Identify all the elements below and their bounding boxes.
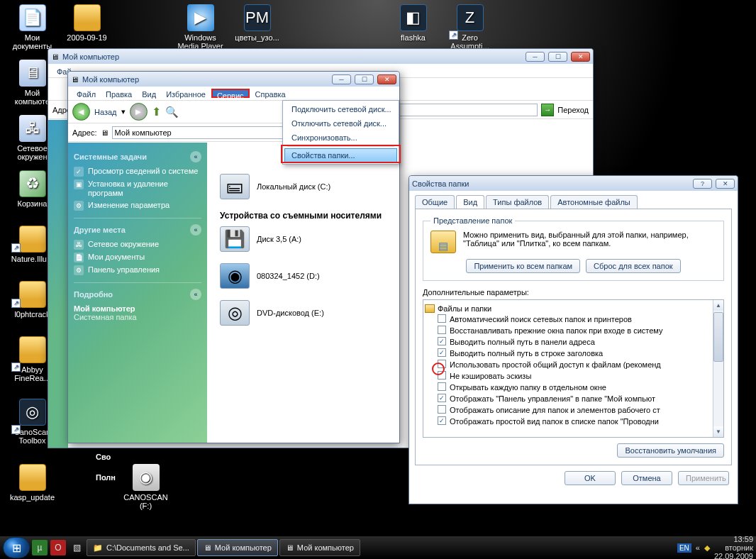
back-button[interactable]: ◄ [72, 103, 90, 121]
menu-map-drive[interactable]: Подключить сетевой диск... [284, 102, 397, 116]
tree-item[interactable]: Выводить полный путь в строке заголовка [438, 348, 722, 358]
advanced-tree[interactable]: Файлы и папки Автоматический поиск сетев… [423, 299, 724, 438]
clock-time[interactable]: 13:59 [714, 535, 753, 543]
checkbox[interactable] [438, 348, 446, 357]
icon-flashka[interactable]: ◧flashka [387, 3, 440, 43]
link-my-docs[interactable]: 📄Мои документы [74, 253, 201, 262]
tree-item[interactable]: Выводить полный путь в панели адреса [438, 337, 722, 347]
checkbox[interactable] [438, 382, 446, 391]
section-other-places[interactable]: Другие места« [74, 224, 201, 236]
titlebar[interactable]: 🖥 Мой компьютер ─ ☐ ✕ [48, 49, 593, 64]
tree-item[interactable]: Отображать простой вид папок в списке па… [438, 416, 722, 426]
tray-shield-icon[interactable]: ◆ [704, 543, 710, 553]
checkbox[interactable] [438, 337, 446, 345]
scroll-down-icon[interactable]: ▼ [713, 426, 723, 437]
document-icon: 📄 [74, 253, 84, 262]
menu-view[interactable]: Вид [138, 89, 160, 98]
tree-item[interactable]: Открывать каждую папку в отдельном окне [438, 382, 722, 392]
icon-flowers[interactable]: PMцветы_узо... [230, 3, 284, 43]
tree-item[interactable]: Использовать простой общий доступ к файл… [438, 360, 722, 370]
titlebar[interactable]: Свойства папки ? ✕ [409, 176, 738, 191]
icon-wmp[interactable]: ▶Windows Media Player [174, 3, 227, 51]
taskbar-btn-mycomputer-2[interactable]: 🖥Мой компьютер [279, 539, 360, 556]
minimize-button[interactable]: ─ [526, 52, 545, 62]
search-icon[interactable]: 🔍 [165, 106, 179, 118]
close-button[interactable]: ✕ [377, 74, 396, 84]
menu-sync[interactable]: Синхронизовать... [284, 131, 397, 145]
tab-general[interactable]: Общие [415, 195, 455, 209]
drive-a[interactable]: 💾Диск 3,5 (A:) [220, 226, 387, 252]
link-network[interactable]: 🖧Сетевое окружение [74, 240, 201, 250]
dropdown-icon[interactable]: ▾ [121, 107, 126, 116]
checkbox[interactable] [438, 326, 446, 334]
icon-kasp[interactable]: kasp_update [6, 463, 59, 502]
menu-file[interactable]: Файл [72, 89, 100, 98]
menu-unmap-drive[interactable]: Отключить сетевой диск... [284, 116, 397, 131]
quicklaunch-app[interactable]: ▧ [69, 540, 84, 555]
tab-filetypes[interactable]: Типы файлов [486, 195, 549, 209]
close-button[interactable]: ✕ [716, 179, 735, 189]
tab-offline[interactable]: Автономные файлы [550, 195, 638, 209]
taskbar-btn-mycomputer-1[interactable]: 🖥Мой компьютер [197, 539, 278, 556]
tree-item[interactable]: Не кэшировать эскизы [438, 371, 722, 381]
maximize-button[interactable]: ☐ [548, 52, 567, 62]
checkbox[interactable] [438, 416, 446, 425]
menu-favorites[interactable]: Избранное [162, 89, 210, 98]
checkbox[interactable] [438, 314, 446, 323]
help-button[interactable]: ? [693, 179, 712, 189]
go-button[interactable]: → [541, 104, 554, 116]
tree-item[interactable]: Отображать "Панель управления" в папке "… [438, 394, 722, 404]
close-button[interactable]: ✕ [571, 52, 590, 62]
scroll-up-icon[interactable]: ▲ [713, 300, 723, 311]
collapse-icon[interactable]: « [190, 289, 201, 300]
ok-button[interactable]: OK [565, 471, 616, 485]
checkbox[interactable] [438, 394, 446, 402]
minimize-button[interactable]: ─ [332, 74, 351, 84]
section-details[interactable]: Подробно« [74, 289, 201, 300]
restore-defaults-button[interactable]: Восстановить умолчания [617, 443, 724, 458]
reset-all-button[interactable]: Сброс для всех папок [586, 259, 681, 273]
taskbar-btn-documents[interactable]: 📁C:\Documents and Se... [87, 539, 196, 556]
task-change-setting[interactable]: ⚙Изменение параметра [74, 201, 201, 211]
checkbox[interactable] [438, 405, 446, 414]
collapse-icon[interactable]: « [190, 151, 201, 162]
tree-item-label: Восстанавливать прежние окна папок при в… [450, 326, 663, 336]
go-label[interactable]: Переход [557, 106, 589, 114]
drive-d[interactable]: ◉080324_1452 (D:) [220, 263, 387, 289]
forward-button[interactable]: ► [130, 103, 148, 121]
task-view-system-info[interactable]: ✓Просмотр сведений о системе [74, 167, 201, 177]
task-add-remove-programs[interactable]: ▣Установка и удаление программ [74, 179, 201, 198]
drive-e[interactable]: ◎DVD-дисковод (E:) [220, 300, 387, 326]
link-control-panel[interactable]: ⚙Панель управления [74, 265, 201, 275]
icon-my-documents[interactable]: 📄Мои документы [6, 3, 59, 51]
apply-button[interactable]: Применить [678, 471, 729, 485]
tree-item-label: Не кэшировать эскизы [450, 371, 531, 381]
drive-c[interactable]: 🖴Локальный диск (C:) [220, 174, 387, 199]
icon-folder-date[interactable]: 2009-09-19 [60, 3, 113, 43]
tree-item-label: Отображать "Панель управления" в папке "… [450, 394, 655, 404]
tree-item[interactable]: Автоматический поиск сетевых папок и при… [438, 314, 722, 324]
menu-tools[interactable]: Сервис [211, 89, 250, 98]
tree-item[interactable]: Отображать описание для папок и элементо… [438, 405, 722, 415]
section-system-tasks[interactable]: Системные задачи« [74, 151, 201, 162]
icon-canoscan-drive[interactable]: ◉CANOSCAN (F:) [119, 463, 172, 511]
language-indicator[interactable]: EN [677, 543, 691, 553]
titlebar[interactable]: 🖥 Мой компьютер ─ ☐ ✕ [68, 72, 399, 87]
scroll-thumb[interactable] [713, 312, 723, 362]
collapse-icon[interactable]: « [190, 224, 201, 236]
tab-view[interactable]: Вид [456, 195, 484, 209]
maximize-button[interactable]: ☐ [355, 74, 374, 84]
window-title: Мой компьютер [82, 75, 328, 84]
tree-item[interactable]: Восстанавливать прежние окна папок при в… [438, 326, 722, 336]
start-button[interactable]: ⊞ [3, 537, 30, 558]
quicklaunch-utorrent[interactable]: µ [32, 540, 48, 555]
apply-all-button[interactable]: Применить ко всем папкам [466, 259, 580, 273]
cancel-button[interactable]: Отмена [621, 471, 672, 485]
menu-help[interactable]: Справка [251, 89, 290, 98]
scrollbar[interactable]: ▲ ▼ [713, 300, 723, 437]
tray-chevron-icon[interactable]: « [696, 543, 700, 552]
up-icon[interactable]: ⬆ [152, 105, 161, 118]
quicklaunch-opera[interactable]: O [50, 540, 66, 555]
icon-zero[interactable]: ZZero Assumpti... [443, 3, 496, 51]
menu-edit[interactable]: Правка [101, 89, 136, 98]
